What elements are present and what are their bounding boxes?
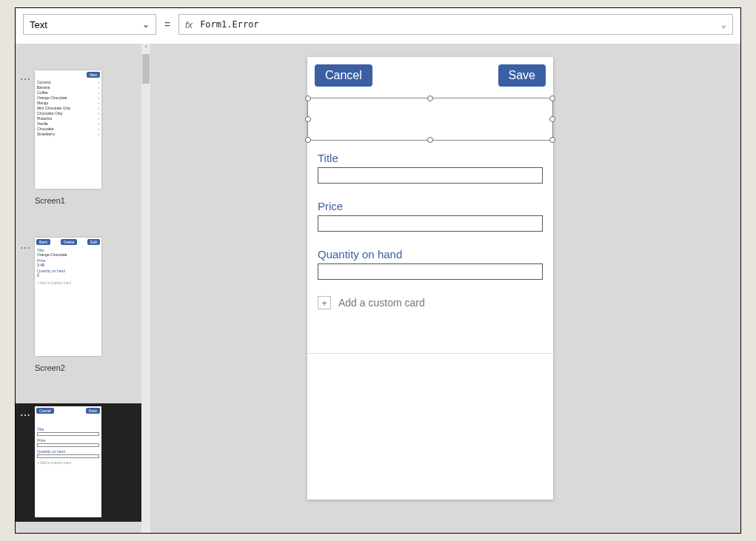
add-card-label: Add a custom card [338,297,425,309]
price-input[interactable] [318,215,543,232]
resize-handle[interactable] [305,116,311,122]
app-frame: Text ⌄ = fx Form1.Error ⌄ ⋯ New Coconut› [15,7,741,534]
quantity-label: Quantity on hand [318,248,543,261]
screens-panel: ⋯ New Coconut› Banana› Coffee› Orange Ch… [16,44,141,533]
chevron-down-icon[interactable]: ⌄ [721,19,726,30]
chevron-right-icon: › [98,90,99,95]
chevron-right-icon: › [98,80,99,84]
mini-header: Back Delete Edit [35,238,101,246]
property-dropdown[interactable]: Text ⌄ [23,14,156,35]
title-label: Title [318,152,543,164]
thumb-menu-icon[interactable]: ⋯ [20,242,30,254]
resize-handle[interactable] [549,116,555,122]
save-button[interactable]: Save [498,64,546,87]
canvas[interactable]: Cancel Save Title Price [150,44,740,533]
thumb-menu-icon[interactable]: ⋯ [20,73,30,85]
resize-handle[interactable] [427,95,433,101]
mini-header: New [35,70,101,79]
resize-handle[interactable] [549,95,555,101]
chevron-right-icon: › [98,101,99,105]
chevron-right-icon: › [98,132,99,136]
thumb-screen1-preview: New Coconut› Banana› Coffee› Orange Choc… [35,70,101,189]
resize-handle[interactable] [305,95,311,101]
thumb-screen2-label: Screen2 [35,363,101,372]
form-body: Title Price Quantity on hand + Add a cus… [318,152,543,309]
chevron-right-icon: › [98,95,99,100]
thumb-screen3[interactable]: Cancel Save Title Price Quantity on hand… [35,406,101,517]
form-divider [307,353,553,354]
resize-handle[interactable] [305,137,311,143]
chevron-right-icon: › [98,127,99,131]
mini-list: Coconut› Banana› Coffee› Orange Chocolat… [35,79,101,137]
chevron-right-icon: › [98,106,99,110]
resize-handle[interactable] [549,137,555,143]
formula-input[interactable]: fx Form1.Error ⌄ [178,14,733,35]
chevron-right-icon: › [98,121,99,126]
chevron-right-icon: › [98,116,99,121]
quantity-input[interactable] [318,263,543,280]
thumb-menu-icon[interactable]: ⋯ [20,409,30,421]
mini-header: Cancel Save [35,406,101,415]
mini-new-button: New [87,72,100,78]
phone-header: Cancel Save [307,57,553,87]
thumb-screen3-preview: Cancel Save Title Price Quantity on hand… [35,406,101,517]
thumb-screen2-preview: Back Delete Edit Title Orange Chocolate … [35,238,101,356]
scroll-thumb[interactable] [142,54,150,84]
resize-handle[interactable] [427,137,433,143]
chevron-down-icon: ⌄ [142,19,150,30]
main-area: ⋯ New Coconut› Banana› Coffee› Orange Ch… [16,44,740,533]
chevron-right-icon: › [98,111,99,115]
thumbs-scrollbar[interactable]: ˄ [141,44,150,533]
add-custom-card[interactable]: + Add a custom card [318,296,543,309]
scroll-up-icon[interactable]: ˄ [141,44,150,54]
thumb-screen1[interactable]: New Coconut› Banana› Coffee› Orange Choc… [35,70,101,205]
property-dropdown-value: Text [30,19,47,30]
chevron-right-icon: › [98,85,99,90]
thumb-screen2[interactable]: Back Delete Edit Title Orange Chocolate … [35,238,101,372]
formula-text: Form1.Error [200,19,258,30]
price-label: Price [318,200,543,212]
title-input[interactable] [318,167,543,184]
thumb-screen1-label: Screen1 [35,196,101,205]
formula-bar: Text ⌄ = fx Form1.Error ⌄ [16,8,740,41]
phone-preview: Cancel Save Title Price [307,57,553,500]
plus-icon: + [318,296,331,309]
cancel-button[interactable]: Cancel [315,64,372,87]
selected-control[interactable] [307,98,553,141]
equals-sign: = [161,19,174,30]
fx-icon: fx [185,19,193,30]
